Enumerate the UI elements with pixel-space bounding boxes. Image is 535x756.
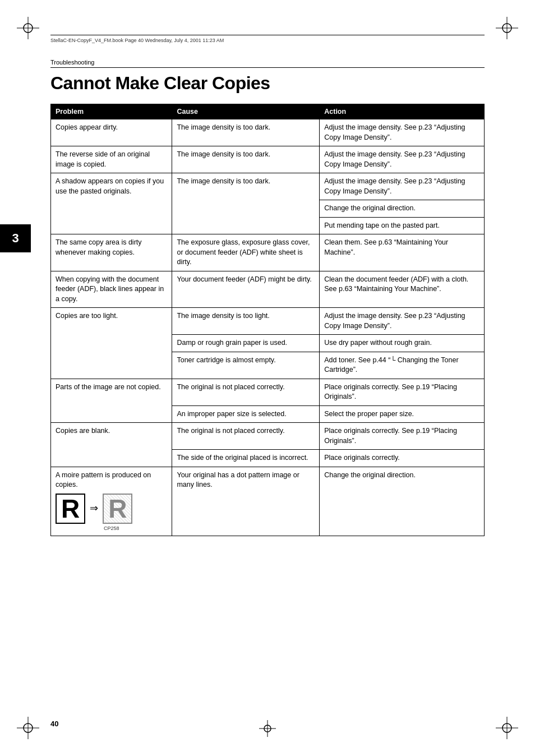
action-cell: Clean the document feeder (ADF) with a c… bbox=[320, 271, 485, 308]
moire-problem-text: A moire pattern is produced on copies. bbox=[56, 471, 167, 490]
cause-cell: An improper paper size is selected. bbox=[172, 405, 320, 423]
arrow-icon: ⇒ bbox=[90, 501, 98, 515]
chapter-tab: 3 bbox=[0, 224, 31, 252]
cause-cell: Damp or rough grain paper is used. bbox=[172, 335, 320, 352]
section-label: Troubleshooting bbox=[50, 59, 94, 66]
top-metadata: StellaC-EN-CopyF_V4_FM.book Page 40 Wedn… bbox=[50, 35, 485, 43]
problem-cell: Copies appear dirty. bbox=[51, 119, 172, 146]
problem-cell: The reverse side of an original image is… bbox=[51, 146, 172, 173]
cause-cell: The image density is too light. bbox=[172, 308, 320, 335]
problem-cell: A shadow appears on copies if you use th… bbox=[51, 173, 172, 234]
col-header-cause: Cause bbox=[172, 104, 320, 119]
col-header-problem: Problem bbox=[51, 104, 172, 119]
action-cell: Change the original direction. bbox=[320, 200, 485, 218]
table-row: A moire pattern is produced on copies. R… bbox=[51, 467, 485, 536]
cause-cell: The original is not placed correctly. bbox=[172, 379, 320, 405]
file-info: StellaC-EN-CopyF_V4_FM.book Page 40 Wedn… bbox=[50, 38, 224, 43]
col-header-action: Action bbox=[320, 104, 485, 119]
table-row: The reverse side of an original image is… bbox=[51, 146, 485, 173]
center-bottom-mark bbox=[259, 720, 276, 739]
page-title: Cannot Make Clear Copies bbox=[50, 73, 270, 94]
table-row: Copies appear dirty. The image density i… bbox=[51, 119, 485, 146]
table-row: Copies are blank. The original is not pl… bbox=[51, 423, 485, 450]
corner-mark-bl bbox=[17, 717, 39, 739]
cause-cell: The image density is too dark. bbox=[172, 173, 320, 234]
problem-cell: When copying with the document feeder (A… bbox=[51, 271, 172, 308]
action-cell: Place originals correctly. See p.19 “Pla… bbox=[320, 423, 485, 450]
cause-cell: The original is not placed correctly. bbox=[172, 423, 320, 450]
moire-image: R ⇒ R bbox=[56, 494, 167, 524]
cause-cell: The exposure glass, exposure glass cover… bbox=[172, 234, 320, 271]
corner-mark-br bbox=[496, 717, 518, 739]
table-row: When copying with the document feeder (A… bbox=[51, 271, 485, 308]
table-row: The same copy area is dirty whenever mak… bbox=[51, 234, 485, 271]
action-cell: Adjust the image density. See p.23 “Adju… bbox=[320, 146, 485, 173]
action-cell: Select the proper paper size. bbox=[320, 405, 485, 423]
cause-cell: The side of the original placed is incor… bbox=[172, 450, 320, 467]
cause-cell: Your document feeder (ADF) might be dirt… bbox=[172, 271, 320, 308]
page: StellaC-EN-CopyF_V4_FM.book Page 40 Wedn… bbox=[0, 0, 535, 756]
action-cell: Place originals correctly. bbox=[320, 450, 485, 467]
action-cell: Clean them. See p.63 “Maintaining Your M… bbox=[320, 234, 485, 271]
main-table-container: Problem Cause Action Copies appear dirty… bbox=[50, 104, 485, 536]
action-cell: Place originals correctly. See p.19 “Pla… bbox=[320, 379, 485, 405]
cause-cell: The image density is too dark. bbox=[172, 119, 320, 146]
action-cell: Change the original direction. bbox=[320, 467, 485, 536]
page-number: 40 bbox=[50, 720, 58, 728]
problem-cell: Parts of the image are not copied. bbox=[51, 379, 172, 423]
table-row: A shadow appears on copies if you use th… bbox=[51, 173, 485, 200]
problem-cell: A moire pattern is produced on copies. R… bbox=[51, 467, 172, 536]
action-cell: Adjust the image density. See p.23 “Adju… bbox=[320, 308, 485, 335]
corner-mark-tr bbox=[496, 17, 518, 39]
table-header-row: Problem Cause Action bbox=[51, 104, 485, 119]
cause-cell: Your original has a dot pattern image or… bbox=[172, 467, 320, 536]
corner-mark-tl bbox=[17, 17, 39, 39]
section-divider bbox=[50, 67, 485, 68]
action-cell: Adjust the image density. See p.23 “Adju… bbox=[320, 119, 485, 146]
problem-cell: The same copy area is dirty whenever mak… bbox=[51, 234, 172, 271]
image-caption: CP258 bbox=[56, 525, 167, 532]
table-row: Parts of the image are not copied. The o… bbox=[51, 379, 485, 405]
letter-r-light: R bbox=[103, 494, 132, 524]
problem-cell: Copies are too light. bbox=[51, 308, 172, 379]
letter-r-dark: R bbox=[56, 494, 85, 524]
chapter-number: 3 bbox=[12, 231, 19, 246]
problem-cell: Copies are blank. bbox=[51, 423, 172, 467]
action-cell: Adjust the image density. See p.23 “Adju… bbox=[320, 173, 485, 200]
action-cell: Put mending tape on the pasted part. bbox=[320, 217, 485, 234]
troubleshooting-table: Problem Cause Action Copies appear dirty… bbox=[50, 104, 485, 536]
cause-cell: Toner cartridge is almost empty. bbox=[172, 352, 320, 379]
action-cell: Add toner. See p.44 “└ Changing the Tone… bbox=[320, 352, 485, 379]
cause-cell: The image density is too dark. bbox=[172, 146, 320, 173]
action-cell: Use dry paper without rough grain. bbox=[320, 335, 485, 352]
table-row: Copies are too light. The image density … bbox=[51, 308, 485, 335]
